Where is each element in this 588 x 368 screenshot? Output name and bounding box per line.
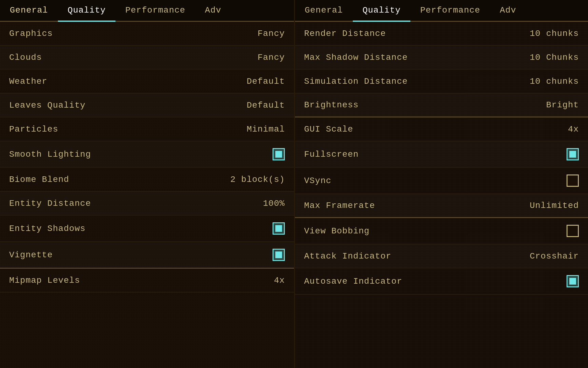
setting-row[interactable]: Mipmap Levels4x	[0, 269, 294, 293]
setting-row[interactable]: Entity Shadows	[0, 216, 294, 242]
setting-value: 100%	[263, 199, 285, 208]
setting-value: 4x	[568, 125, 579, 134]
right-tab-bar: General Quality Performance Adv	[295, 0, 588, 22]
setting-label: Smooth Lighting	[9, 150, 91, 159]
left-settings-list: GraphicsFancyCloudsFancyWeatherDefaultLe…	[0, 22, 294, 293]
setting-label: Leaves Quality	[9, 101, 85, 110]
setting-value: Fancy	[258, 53, 285, 62]
setting-row[interactable]: GUI Scale4x	[295, 117, 588, 141]
checkbox-checked	[567, 275, 579, 287]
checkbox-checked	[273, 148, 285, 160]
setting-row[interactable]: Simulation Distance10 chunks	[295, 70, 588, 94]
setting-row[interactable]: Vignette	[0, 242, 294, 269]
setting-label: Max Shadow Distance	[304, 53, 408, 62]
setting-row[interactable]: CloudsFancy	[0, 46, 294, 70]
setting-row[interactable]: View Bobbing	[295, 218, 588, 244]
setting-label: Attack Indicator	[304, 251, 391, 261]
setting-label: Render Distance	[304, 29, 386, 38]
left-tab-bar: General Quality Performance Adv	[0, 0, 294, 22]
setting-label: View Bobbing	[304, 226, 370, 236]
left-tab-performance[interactable]: Performance	[115, 0, 195, 21]
checkbox-checked	[567, 148, 579, 160]
checkbox-checked	[273, 222, 285, 235]
left-tab-general[interactable]: General	[0, 0, 58, 21]
setting-row[interactable]: WeatherDefault	[0, 70, 294, 94]
right-tab-advanced[interactable]: Adv	[490, 0, 526, 21]
setting-label: Entity Shadows	[9, 224, 85, 233]
setting-row[interactable]: Max FramerateUnlimited	[295, 194, 588, 218]
setting-label: Biome Blend	[9, 175, 69, 184]
setting-row[interactable]: VSync	[295, 168, 588, 194]
setting-value: Minimal	[247, 125, 285, 134]
right-panel: General Quality Performance Adv Render D…	[294, 0, 588, 368]
setting-value: Default	[247, 101, 285, 110]
left-tab-advanced[interactable]: Adv	[195, 0, 231, 21]
setting-value: Bright	[546, 100, 579, 110]
setting-value: Fancy	[258, 29, 285, 38]
left-panel: General Quality Performance Adv Graphics…	[0, 0, 294, 368]
setting-label: Graphics	[9, 29, 53, 38]
setting-value: Crosshair	[530, 251, 579, 261]
setting-row[interactable]: BrightnessBright	[295, 94, 588, 117]
setting-row[interactable]: ParticlesMinimal	[0, 117, 294, 141]
setting-row[interactable]: Leaves QualityDefault	[0, 94, 294, 117]
setting-label: Max Framerate	[304, 201, 375, 210]
right-tab-performance[interactable]: Performance	[410, 0, 490, 21]
setting-label: Fullscreen	[304, 150, 359, 159]
setting-label: Simulation Distance	[304, 77, 408, 86]
setting-value: Unlimited	[530, 201, 579, 210]
setting-value: 10 Chunks	[530, 53, 579, 62]
setting-row[interactable]: Attack IndicatorCrosshair	[295, 244, 588, 268]
right-tab-quality[interactable]: Quality	[353, 0, 411, 22]
setting-label: Mipmap Levels	[9, 276, 80, 285]
setting-row[interactable]: Smooth Lighting	[0, 141, 294, 168]
left-tab-quality[interactable]: Quality	[58, 0, 116, 22]
setting-row[interactable]: GraphicsFancy	[0, 22, 294, 46]
setting-label: Vignette	[9, 250, 53, 260]
setting-value: 4x	[274, 276, 285, 285]
setting-label: Autosave Indicator	[304, 277, 402, 286]
setting-label: Entity Distance	[9, 199, 91, 208]
setting-row[interactable]: Render Distance10 chunks	[295, 22, 588, 46]
setting-label: Brightness	[304, 100, 359, 110]
setting-label: Weather	[9, 77, 47, 86]
setting-label: Clouds	[9, 53, 42, 62]
setting-label: GUI Scale	[304, 125, 353, 134]
setting-row[interactable]: Autosave Indicator	[295, 268, 588, 295]
setting-label: VSync	[304, 176, 331, 186]
right-tab-general[interactable]: General	[295, 0, 353, 21]
setting-value: 10 chunks	[530, 29, 579, 38]
setting-row[interactable]: Entity Distance100%	[0, 192, 294, 216]
setting-value: Default	[247, 77, 285, 86]
checkbox-unchecked	[567, 174, 579, 187]
setting-row[interactable]: Biome Blend2 block(s)	[0, 168, 294, 192]
right-settings-list: Render Distance10 chunksMax Shadow Dista…	[295, 22, 588, 295]
setting-value: 10 chunks	[530, 77, 579, 86]
setting-value: 2 block(s)	[230, 175, 285, 184]
setting-row[interactable]: Fullscreen	[295, 141, 588, 168]
checkbox-unchecked	[567, 225, 579, 237]
setting-label: Particles	[9, 125, 58, 134]
setting-row[interactable]: Max Shadow Distance10 Chunks	[295, 46, 588, 70]
checkbox-checked	[273, 249, 285, 261]
